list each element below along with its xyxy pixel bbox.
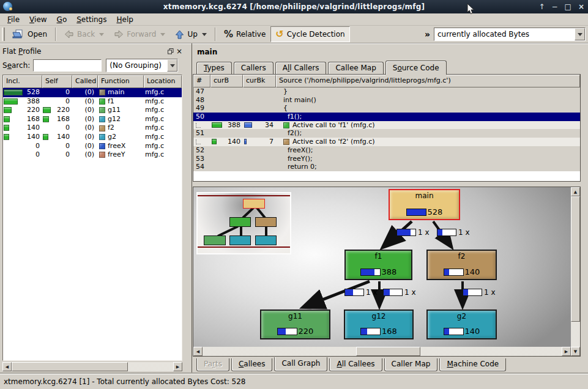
up-dropdown-icon[interactable] xyxy=(202,33,207,36)
graph-node-main[interactable]: main 528 xyxy=(389,189,460,220)
column-header-source[interactable]: Source ('/home/philippe/valgrind/littlep… xyxy=(276,75,580,87)
source-line[interactable]: 47 } xyxy=(193,87,580,96)
tab-source-code[interactable]: Source Code xyxy=(385,61,447,75)
open-button[interactable]: Open xyxy=(7,26,52,42)
column-header-curbk[interactable]: curBk xyxy=(243,75,276,87)
curbk-bar-icon xyxy=(244,139,247,144)
column-header-function[interactable]: Function xyxy=(98,75,144,88)
tab-parts[interactable]: Parts xyxy=(196,358,229,371)
dock-float-icon[interactable] xyxy=(166,47,175,56)
graph-node-g2[interactable]: g2 140 xyxy=(426,309,497,339)
cost-bar xyxy=(4,89,23,95)
tab-all-callers[interactable]: All Callers xyxy=(275,62,327,75)
table-row[interactable]: 140 140 (0) g2 mfg.c xyxy=(3,133,182,142)
close-icon[interactable]: × xyxy=(578,0,584,13)
column-header-self[interactable]: Self xyxy=(42,75,72,88)
table-row[interactable]: 0 0 (0) freeX mfg.c xyxy=(3,142,182,151)
curb-bar-icon xyxy=(212,122,222,128)
toolbar-overflow-chevron[interactable]: » xyxy=(423,29,434,39)
up-button[interactable]: Up xyxy=(170,26,211,42)
tab-machine-code[interactable]: Machine Code xyxy=(439,358,506,371)
graph-node-g12[interactable]: g12 168 xyxy=(344,309,414,339)
flat-profile-hscrollbar[interactable]: ◀ ▶ xyxy=(2,362,182,371)
shade-icon[interactable]: ↑ xyxy=(538,0,545,13)
event-type-combobox[interactable]: currently allocated Bytes xyxy=(434,28,586,41)
graph-node-f1[interactable]: f1 388 xyxy=(344,250,412,280)
scroll-up-icon[interactable]: ▲ xyxy=(571,187,580,196)
scroll-right-icon[interactable]: ▶ xyxy=(173,362,182,371)
scroll-down-icon[interactable]: ▼ xyxy=(571,347,580,356)
scroll-right-icon[interactable]: ▶ xyxy=(562,347,571,356)
relative-button[interactable]: % Relative xyxy=(219,26,270,42)
call-graph-panel: main 528 f1 388 f2 140 g11 220 g12 168 g… xyxy=(193,187,581,357)
tab-callees[interactable]: Callees xyxy=(231,358,272,371)
source-line-selected[interactable]: 50 f1(); xyxy=(193,113,580,121)
splitter-handle[interactable] xyxy=(193,182,581,187)
scrollbar-thumb[interactable] xyxy=(12,362,128,371)
call-graph-canvas[interactable]: main 528 f1 388 f2 140 g11 220 g12 168 g… xyxy=(193,187,571,347)
back-arrow-icon xyxy=(64,30,74,39)
tab-callers[interactable]: Callers xyxy=(234,62,274,75)
source-line[interactable]: 54 return 0; xyxy=(193,163,580,171)
event-type-dropdown-button[interactable] xyxy=(575,28,585,40)
grouping-combobox[interactable]: (No Grouping) xyxy=(106,59,178,72)
toolbar-handle[interactable] xyxy=(2,28,5,41)
table-row[interactable]: 220 220 (0) g11 mfg.c xyxy=(3,106,182,115)
graph-node-g11[interactable]: g11 220 xyxy=(260,309,330,339)
minimize-icon[interactable]: − xyxy=(552,0,558,13)
source-line[interactable]: 53 freeY(); xyxy=(193,155,580,163)
open-folder-icon xyxy=(12,29,24,39)
cost-bar xyxy=(277,328,297,335)
column-header-line[interactable]: # xyxy=(193,75,210,87)
mouse-cursor xyxy=(467,4,475,16)
menu-settings[interactable]: Settings xyxy=(72,14,111,25)
back-button[interactable]: Back xyxy=(59,26,109,42)
source-line[interactable]: 48 int main() xyxy=(193,96,580,105)
dock-close-icon[interactable]: × xyxy=(175,47,184,56)
table-row[interactable]: 388 0 (0) f1 mfg.c xyxy=(3,97,182,106)
active-call-line[interactable]: 140 7 Active call to 'f2' (mfg.c) xyxy=(193,138,580,146)
graph-hscrollbar[interactable]: ◀ ▶ xyxy=(193,347,571,356)
tab-types[interactable]: Types xyxy=(196,62,232,75)
column-header-location[interactable]: Location xyxy=(144,75,182,88)
grouping-dropdown-button[interactable] xyxy=(167,59,177,72)
graph-vscrollbar[interactable]: ▲ ▼ xyxy=(571,187,580,356)
tab-all-callees[interactable]: All Callees xyxy=(329,358,382,371)
scrollbar-thumb[interactable] xyxy=(356,347,420,356)
tab-caller-map[interactable]: Caller Map xyxy=(384,358,438,371)
active-call-line[interactable]: 388 34 Active call to 'f1' (mfg.c) xyxy=(193,121,580,130)
back-dropdown-icon[interactable] xyxy=(99,33,104,36)
scroll-left-icon[interactable]: ◀ xyxy=(193,347,203,356)
call-cost-bar xyxy=(383,289,403,296)
forward-dropdown-icon[interactable] xyxy=(160,33,165,36)
column-header-curb[interactable]: curB xyxy=(210,75,243,87)
tab-call-graph[interactable]: Call Graph xyxy=(274,357,327,371)
maximize-icon[interactable]: □ xyxy=(565,0,571,13)
titlebar[interactable]: xtmemory.kcg.6274 [/home/philippe/valgri… xyxy=(0,0,588,13)
column-header-incl[interactable]: Incl. xyxy=(3,75,42,88)
tab-callee-map[interactable]: Callee Map xyxy=(328,62,383,75)
source-line[interactable]: 52 freeX(); xyxy=(193,146,580,155)
scrollbar-thumb[interactable] xyxy=(571,196,580,322)
graph-node-f2[interactable]: f2 140 xyxy=(426,250,497,280)
dock-titlebar[interactable]: Flat Profile × xyxy=(2,45,184,57)
cycle-detection-button[interactable]: ↺ Cycle Detection xyxy=(270,26,349,42)
menu-file[interactable]: File xyxy=(2,14,24,25)
scroll-left-icon[interactable]: ◀ xyxy=(2,362,12,371)
search-row: Search: (No Grouping) xyxy=(2,59,184,72)
table-row[interactable]: 168 168 (0) g12 mfg.c xyxy=(3,115,182,124)
forward-button[interactable]: Forward xyxy=(109,26,170,42)
menu-go[interactable]: Go xyxy=(52,14,72,25)
column-header-called[interactable]: Called xyxy=(72,75,98,88)
forward-arrow-icon xyxy=(114,30,124,39)
status-bar: xtmemory.kcg.6274 [1] - Total currently … xyxy=(0,374,588,389)
graph-overview-minimap[interactable] xyxy=(196,192,291,254)
table-row[interactable]: 140 0 (0) f2 mfg.c xyxy=(3,124,182,133)
table-row[interactable]: 528 0 (0) main mfg.c xyxy=(3,88,182,97)
table-row[interactable]: 0 0 (0) freeY mfg.c xyxy=(3,150,182,160)
search-input[interactable] xyxy=(33,59,102,72)
source-line[interactable]: 51 f2(); xyxy=(193,129,580,138)
menu-help[interactable]: Help xyxy=(111,14,138,25)
menu-view[interactable]: View xyxy=(24,14,51,25)
source-line[interactable]: 49 { xyxy=(193,104,580,113)
